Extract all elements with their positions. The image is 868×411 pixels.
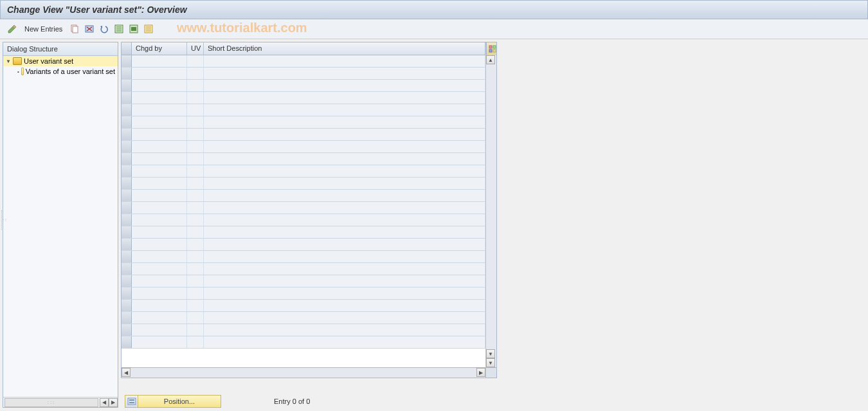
cell-short-description[interactable]	[204, 300, 485, 311]
cell-uv[interactable]	[187, 214, 204, 226]
cell-chgd-by[interactable]	[132, 165, 187, 177]
new-entries-button[interactable]: New Entries	[24, 25, 62, 33]
cell-uv[interactable]	[187, 55, 204, 67]
cell-uv[interactable]	[187, 300, 204, 311]
cell-chgd-by[interactable]	[132, 251, 187, 262]
row-selector[interactable]	[122, 92, 132, 104]
table-row[interactable]	[122, 153, 485, 165]
deselect-all-icon[interactable]	[143, 23, 154, 35]
cell-uv[interactable]	[187, 104, 204, 116]
table-row[interactable]	[122, 251, 485, 263]
cell-short-description[interactable]	[204, 190, 485, 201]
cell-short-description[interactable]	[204, 263, 485, 275]
row-selector[interactable]	[122, 116, 132, 128]
table-row[interactable]	[122, 165, 485, 178]
table-row[interactable]	[122, 55, 485, 68]
cell-chgd-by[interactable]	[132, 178, 187, 189]
cell-chgd-by[interactable]	[132, 55, 187, 67]
cell-short-description[interactable]	[204, 80, 485, 91]
cell-uv[interactable]	[187, 153, 204, 165]
tree-item-variants-of-user[interactable]: • Variants of a user variant set	[3, 66, 118, 77]
tree-hscrollbar[interactable]: ::: ◀ ▶	[3, 397, 118, 407]
cell-chgd-by[interactable]	[132, 300, 187, 311]
cell-uv[interactable]	[187, 239, 204, 250]
cell-uv[interactable]	[187, 202, 204, 214]
cell-uv[interactable]	[187, 68, 204, 79]
row-selector[interactable]	[122, 55, 132, 67]
position-button[interactable]: Position...	[125, 395, 221, 408]
copy-icon[interactable]	[69, 23, 80, 35]
row-selector[interactable]	[122, 324, 132, 336]
row-selector[interactable]	[122, 336, 132, 348]
table-row[interactable]	[122, 275, 485, 288]
row-selector[interactable]	[122, 288, 132, 299]
select-all-column[interactable]	[122, 42, 132, 55]
table-config-icon[interactable]	[486, 42, 497, 55]
table-hscrollbar[interactable]: ◀ ▶	[121, 368, 497, 378]
cell-chgd-by[interactable]	[132, 312, 187, 324]
cell-uv[interactable]	[187, 275, 204, 287]
table-row[interactable]	[122, 202, 485, 214]
cell-short-description[interactable]	[204, 239, 485, 250]
row-selector[interactable]	[122, 214, 132, 226]
cell-short-description[interactable]	[204, 178, 485, 189]
table-row[interactable]	[122, 92, 485, 104]
cell-uv[interactable]	[187, 165, 204, 177]
scroll-right-icon[interactable]: ▶	[476, 368, 485, 377]
cell-short-description[interactable]	[204, 312, 485, 324]
cell-uv[interactable]	[187, 288, 204, 299]
table-row[interactable]	[122, 300, 485, 312]
select-block-icon[interactable]	[128, 23, 140, 35]
cell-uv[interactable]	[187, 336, 204, 348]
panel-resize-handle[interactable]: ⋮⋮	[1, 210, 5, 230]
undo-icon[interactable]	[98, 23, 110, 35]
edit-icon[interactable]	[6, 23, 18, 35]
cell-short-description[interactable]	[204, 141, 485, 152]
row-selector[interactable]	[122, 80, 132, 91]
row-selector[interactable]	[122, 226, 132, 238]
cell-chgd-by[interactable]	[132, 129, 187, 140]
cell-uv[interactable]	[187, 312, 204, 324]
scroll-track[interactable]: :::	[5, 398, 98, 407]
table-row[interactable]	[122, 239, 485, 251]
cell-chgd-by[interactable]	[132, 275, 187, 287]
cell-uv[interactable]	[187, 226, 204, 238]
cell-chgd-by[interactable]	[132, 116, 187, 128]
cell-short-description[interactable]	[204, 68, 485, 79]
cell-short-description[interactable]	[204, 324, 485, 336]
cell-chgd-by[interactable]	[132, 226, 187, 238]
cell-short-description[interactable]	[204, 226, 485, 238]
cell-chgd-by[interactable]	[132, 190, 187, 201]
table-row[interactable]	[122, 104, 485, 116]
row-selector[interactable]	[122, 312, 132, 324]
scroll-up-icon[interactable]: ▲	[486, 55, 495, 64]
table-vscrollbar[interactable]: ▲ ▼ ▼	[485, 42, 496, 367]
cell-short-description[interactable]	[204, 214, 485, 226]
tree-collapse-icon[interactable]: ▼	[6, 59, 11, 64]
table-row[interactable]	[122, 116, 485, 129]
cell-chgd-by[interactable]	[132, 141, 187, 152]
cell-uv[interactable]	[187, 263, 204, 275]
cell-chgd-by[interactable]	[132, 324, 187, 336]
row-selector[interactable]	[122, 104, 132, 116]
cell-short-description[interactable]	[204, 92, 485, 104]
cell-chgd-by[interactable]	[132, 104, 187, 116]
cell-chgd-by[interactable]	[132, 68, 187, 79]
cell-short-description[interactable]	[204, 55, 485, 67]
row-selector[interactable]	[122, 251, 132, 262]
cell-uv[interactable]	[187, 141, 204, 152]
select-all-icon[interactable]	[113, 23, 125, 35]
column-header-uv[interactable]: UV	[187, 42, 204, 55]
row-selector[interactable]	[122, 153, 132, 165]
row-selector[interactable]	[122, 263, 132, 275]
row-selector[interactable]	[122, 202, 132, 214]
cell-short-description[interactable]	[204, 129, 485, 140]
cell-uv[interactable]	[187, 92, 204, 104]
cell-short-description[interactable]	[204, 275, 485, 287]
scroll-track[interactable]	[131, 368, 476, 378]
table-row[interactable]	[122, 263, 485, 275]
cell-uv[interactable]	[187, 251, 204, 262]
table-row[interactable]	[122, 324, 485, 336]
cell-short-description[interactable]	[204, 251, 485, 262]
table-row[interactable]	[122, 141, 485, 153]
